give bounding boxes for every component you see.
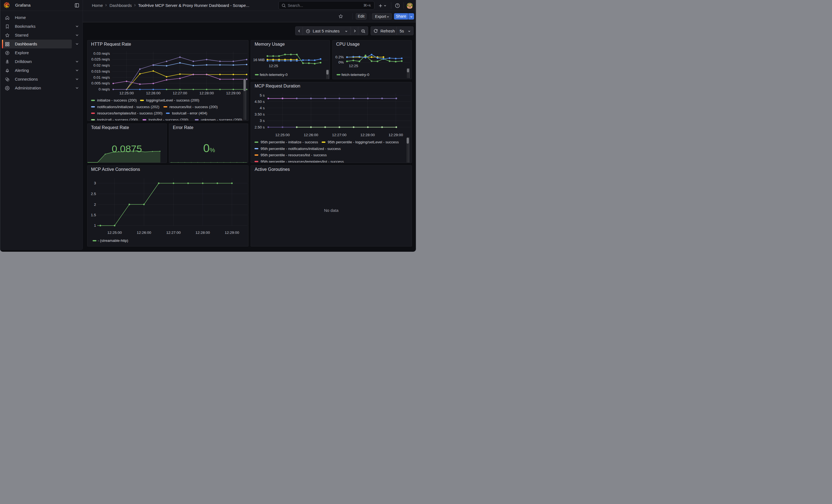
svg-text:95th percentile - resources/te: 95th percentile - resources/templates/li… (261, 159, 344, 163)
svg-text:12:29:00: 12:29:00 (225, 231, 239, 235)
svg-text:12:27:00: 12:27:00 (173, 91, 187, 95)
svg-text:95th percentile - notification: 95th percentile - notifications/initiali… (261, 147, 341, 151)
svg-text:1.5: 1.5 (91, 213, 96, 217)
svg-text:tools/call - success (200): tools/call - success (200) (97, 118, 138, 121)
svg-text:16 MiB: 16 MiB (253, 58, 265, 62)
svg-text:notifications/initialized - su: notifications/initialized - success (202… (97, 105, 159, 109)
svg-text:95th percentile - resources/li: 95th percentile - resources/list - succe… (261, 153, 327, 157)
svg-text:3 s: 3 s (260, 118, 265, 123)
svg-text:12:28:00: 12:28:00 (200, 91, 214, 95)
svg-text:12:29:00: 12:29:00 (226, 91, 241, 95)
svg-text:0 req/s: 0 req/s (99, 87, 110, 91)
svg-text:4 s: 4 s (260, 106, 265, 110)
svg-text:?: ? (396, 4, 398, 7)
svg-text:2: 2 (94, 203, 96, 207)
svg-text:0.015 req/s: 0.015 req/s (92, 69, 110, 74)
svg-text:5 s: 5 s (260, 93, 265, 97)
svg-text:95th percentile - logging/setL: 95th percentile - logging/setLevel - suc… (328, 140, 399, 144)
svg-text:0.01 req/s: 0.01 req/s (94, 75, 110, 80)
svg-text:resources/list - success (200): resources/list - success (200) (170, 105, 218, 109)
svg-text:- (streamable-http): - (streamable-http) (98, 239, 128, 243)
svg-text:0%: 0% (203, 142, 215, 155)
svg-text:12:26:00: 12:26:00 (304, 133, 318, 137)
svg-text:12:25:00: 12:25:00 (276, 133, 290, 137)
svg-text:2.50 s: 2.50 s (255, 125, 265, 129)
svg-text:0.005 req/s: 0.005 req/s (92, 81, 110, 85)
svg-text:0.025 req/s: 0.025 req/s (92, 57, 110, 61)
svg-text:12:26:00: 12:26:00 (146, 91, 161, 95)
svg-text:initialize - success (200): initialize - success (200) (97, 98, 137, 102)
svg-text:12:27:00: 12:27:00 (166, 231, 181, 235)
svg-text:No data: No data (324, 208, 339, 213)
svg-text:12:29:00: 12:29:00 (389, 133, 404, 137)
svg-text:0%: 0% (338, 60, 344, 64)
svg-text:logging/setLevel - success (20: logging/setLevel - success (200) (146, 98, 199, 102)
svg-text:12:27:00: 12:27:00 (332, 133, 347, 137)
svg-text:3: 3 (94, 181, 96, 185)
svg-text:4.50 s: 4.50 s (255, 100, 265, 104)
svg-text:fetch-telemetry-0: fetch-telemetry-0 (260, 73, 287, 77)
svg-text:12:25: 12:25 (349, 64, 358, 68)
svg-text:12:25: 12:25 (269, 64, 279, 68)
svg-text:12:28:00: 12:28:00 (196, 231, 210, 235)
svg-text:tools/list - success (200): tools/list - success (200) (149, 118, 188, 121)
svg-text:12:26:00: 12:26:00 (137, 231, 151, 235)
svg-text:12:28:00: 12:28:00 (360, 133, 375, 137)
svg-text:0.02 req/s: 0.02 req/s (94, 63, 110, 68)
svg-text:0.03 req/s: 0.03 req/s (94, 51, 110, 56)
svg-text:3.50 s: 3.50 s (255, 112, 265, 116)
svg-text:1: 1 (94, 223, 96, 228)
svg-text:unknown - success (200): unknown - success (200) (201, 118, 242, 121)
svg-text:tools/call - error (404): tools/call - error (404) (172, 111, 207, 115)
svg-text:0.2%: 0.2% (335, 55, 344, 59)
svg-text:12:25:00: 12:25:00 (120, 91, 134, 95)
svg-text:0.0875: 0.0875 (112, 143, 142, 154)
svg-text:95th percentile - initialize -: 95th percentile - initialize - success (261, 140, 318, 144)
svg-text:fetch-telemetry-0: fetch-telemetry-0 (341, 73, 369, 77)
svg-text:2.5: 2.5 (91, 192, 96, 196)
svg-text:resources/templates/list - suc: resources/templates/list - success (200) (97, 111, 163, 115)
svg-text:12:25:00: 12:25:00 (107, 231, 122, 235)
